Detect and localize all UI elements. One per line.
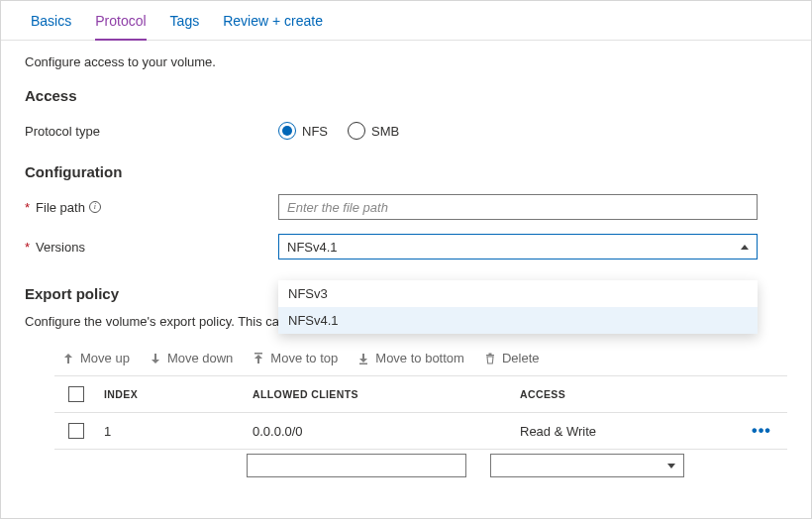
new-access-select[interactable] (490, 454, 684, 477)
arrow-to-top-icon (253, 353, 264, 364)
page-description: Configure access to your volume. (25, 54, 787, 69)
required-asterisk: * (25, 240, 30, 255)
cell-allowed-clients: 0.0.0.0/0 (247, 414, 514, 449)
protocol-type-label: Protocol type (25, 124, 278, 139)
tab-tags[interactable]: Tags (170, 13, 200, 40)
versions-row: * Versions NFSv4.1 (25, 232, 787, 261)
row-checkbox[interactable] (68, 423, 84, 439)
version-option-nfsv3[interactable]: NFSv3 (278, 280, 758, 307)
move-up-button[interactable]: Move up (62, 351, 130, 365)
radio-smb[interactable]: SMB (348, 122, 399, 140)
row-actions-menu[interactable]: ••• (752, 422, 771, 439)
move-to-bottom-button[interactable]: Move to bottom (357, 351, 464, 365)
select-all-checkbox[interactable] (68, 386, 84, 402)
svg-rect-2 (486, 355, 494, 356)
column-access[interactable]: ACCESS (514, 378, 736, 410)
cell-index: 1 (98, 414, 247, 449)
column-index[interactable]: INDEX (98, 378, 247, 410)
file-path-row: * File path i (25, 192, 787, 222)
file-path-label: * File path i (25, 200, 278, 215)
info-icon[interactable]: i (89, 201, 101, 213)
tab-review-create[interactable]: Review + create (223, 13, 323, 40)
versions-selected-value: NFSv4.1 (287, 240, 338, 255)
tab-bar: Basics Protocol Tags Review + create (1, 1, 811, 41)
arrow-up-icon (62, 353, 74, 364)
table-row: 1 0.0.0.0/0 Read & Write ••• (54, 412, 787, 449)
tab-protocol[interactable]: Protocol (95, 13, 146, 41)
arrow-down-icon (150, 353, 161, 364)
move-to-top-button[interactable]: Move to top (253, 351, 338, 365)
arrow-to-bottom-icon (357, 353, 369, 364)
protocol-type-row: Protocol type NFS SMB (25, 116, 787, 146)
new-allowed-clients-input[interactable] (247, 454, 466, 477)
versions-select[interactable]: NFSv4.1 (278, 234, 758, 260)
svg-rect-3 (488, 353, 491, 355)
versions-label: * Versions (25, 240, 278, 255)
export-policy-grid: INDEX ALLOWED CLIENTS ACCESS 1 0.0.0.0/0… (54, 375, 787, 450)
radio-unchecked-icon (348, 122, 365, 140)
move-down-button[interactable]: Move down (150, 351, 233, 365)
volume-protocol-pane: Basics Protocol Tags Review + create Con… (0, 0, 812, 519)
configuration-heading: Configuration (25, 163, 787, 180)
content-area: Configure access to your volume. Access … (1, 41, 811, 487)
radio-checked-icon (278, 122, 296, 140)
trash-icon (484, 353, 496, 364)
svg-rect-1 (359, 363, 367, 364)
cell-access: Read & Write (514, 414, 736, 449)
delete-button[interactable]: Delete (484, 351, 540, 365)
export-policy-toolbar: Move up Move down Move to top Move to bo… (25, 345, 787, 375)
required-asterisk: * (25, 200, 30, 215)
radio-nfs[interactable]: NFS (278, 122, 328, 140)
chevron-down-icon (667, 464, 675, 468)
access-heading: Access (25, 87, 787, 104)
file-path-input[interactable] (278, 194, 758, 220)
column-allowed-clients[interactable]: ALLOWED CLIENTS (247, 378, 514, 410)
new-row-inputs (54, 454, 787, 477)
chevron-up-icon (741, 245, 749, 250)
radio-nfs-label: NFS (302, 124, 328, 139)
version-option-nfsv41[interactable]: NFSv4.1 (278, 307, 758, 334)
svg-rect-0 (254, 353, 262, 355)
protocol-type-radio-group: NFS SMB (278, 122, 758, 140)
versions-dropdown-panel: NFSv3 NFSv4.1 (278, 280, 758, 334)
radio-smb-label: SMB (371, 124, 399, 139)
tab-basics[interactable]: Basics (31, 13, 71, 40)
grid-header-row: INDEX ALLOWED CLIENTS ACCESS (54, 375, 787, 412)
